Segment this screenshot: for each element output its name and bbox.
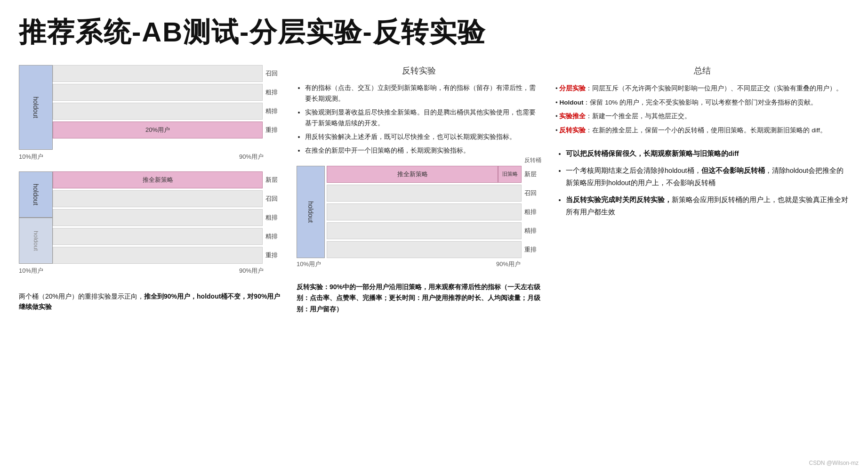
bp-2: 一个考核周期结束之后会清除掉holdout桶，但这不会影响反转桶，清除holdo… xyxy=(566,164,849,189)
reversal-diagram: holdout 反转桶 推全新策略 旧策略 新层 召回 xyxy=(297,166,541,258)
user-right-1: 90%用户 xyxy=(239,153,264,161)
user-left-2: 10%用户 xyxy=(19,267,43,275)
layer-row-fine-2: 精排 xyxy=(53,228,282,245)
summary-item-3: • 实验推全：新建一个推全层，与其他层正交。 xyxy=(555,111,849,122)
watermark: CSDN @Wilson-mz xyxy=(809,460,859,466)
recall-label-2: 召回 xyxy=(265,195,282,203)
fine-bar-1 xyxy=(53,103,263,120)
bp-3: 当反转实验完成时关闭反转实验，新策略会应用到反转桶的用户上，也就是实验真正推全对… xyxy=(566,194,849,218)
coarse-label-2: 粗排 xyxy=(265,213,282,222)
layer-row-coarse-1: 粗排 xyxy=(53,84,282,101)
bp-2-bold: 但这不会影响反转桶 xyxy=(701,167,765,174)
bullet-list: 有的指标（点击、交互）立刻受到新策略影响，有的指标（留存）有滞后性，需要长期观测… xyxy=(297,83,541,156)
user-labels-2: 10%用户 90%用户 xyxy=(19,267,282,275)
layer-row-new: 推全新策略 新层 xyxy=(53,171,282,188)
holdout-bottom-2: holdout xyxy=(19,218,53,264)
layer-row-recall-1: 召回 xyxy=(53,65,282,82)
recall-bar-1 xyxy=(53,65,263,82)
diagram-1: holdout 召回 粗排 精排 20%用户 重排 xyxy=(19,65,282,150)
rerank-bar-1: 20%用户 xyxy=(53,122,263,138)
right-column: 总结 • 分层实验：同层互斥（不允许两个实验同时影响一位用户）、不同层正交（实验… xyxy=(555,65,849,315)
layer-row-recall-2: 召回 xyxy=(53,190,282,207)
user-left-r: 10%用户 xyxy=(297,260,321,268)
page-title: 推荐系统-AB测试-分层实验-反转实验 xyxy=(19,14,849,51)
layer-row-coarse-2: 粗排 xyxy=(53,209,282,226)
summary-item-1: • 分层实验：同层互斥（不允许两个实验同时影响一位用户）、不同层正交（实验有重叠… xyxy=(555,83,849,94)
user-right-2: 90%用户 xyxy=(239,267,264,275)
coarse-bar-r xyxy=(327,203,522,220)
rerank-row-r: 重排 xyxy=(327,241,541,258)
layers-col-2: 推全新策略 新层 召回 粗排 精排 重排 xyxy=(53,171,282,264)
coarse-bar-2 xyxy=(53,209,263,226)
new-layer-bar: 推全新策略 xyxy=(53,171,263,188)
new-layer-main-bar: 推全新策略 xyxy=(327,166,498,183)
user-labels-r: 10%用户 90%用户 xyxy=(297,260,541,268)
coarse-label-1: 粗排 xyxy=(265,88,282,97)
coarse-bar-1 xyxy=(53,84,263,101)
rerank-bar-r xyxy=(327,241,522,258)
reversal-caption: 反转实验：90%中的一部分用户沿用旧策略，用来观察有滞后性的指标（一天左右级别：… xyxy=(297,282,541,315)
reversal-holdout-box: holdout xyxy=(297,166,325,258)
bullet-points: 可以把反转桶保留很久，长期观察新策略与旧策略的diff 一个考核周期结束之后会清… xyxy=(555,147,849,218)
old-strategy-bar: 旧策略 xyxy=(498,166,522,183)
layers-col-1: 召回 粗排 精排 20%用户 重排 xyxy=(53,65,282,150)
new-layer-row: 推全新策略 旧策略 新层 xyxy=(327,166,541,183)
reversal-layers-col: 反转桶 推全新策略 旧策略 新层 召回 粗排 xyxy=(325,166,541,258)
rerank-label-1: 重排 xyxy=(265,126,282,134)
summary-list: • 分层实验：同层互斥（不允许两个实验同时影响一位用户）、不同层正交（实验有重叠… xyxy=(555,83,849,136)
fanzhuan-label: 反转桶 xyxy=(524,156,541,164)
layer-row-rerank-2: 重排 xyxy=(53,247,282,264)
new-layer-label: 新层 xyxy=(265,176,282,184)
left-column: holdout 召回 粗排 精排 20%用户 重排 xyxy=(19,65,282,315)
layer-row-fine-1: 精排 xyxy=(53,103,282,120)
bullet-2: 实验观测到显著收益后尽快推全新策略。目的是腾出桶供其他实验使用，也需要基于新策略… xyxy=(305,107,541,129)
holdout-stack-2: holdout holdout xyxy=(19,171,53,264)
user-right-r: 90%用户 xyxy=(496,260,521,268)
bp-1: 可以把反转桶保留很久，长期观察新策略与旧策略的diff xyxy=(566,147,849,160)
bp-1-bold: 可以把反转桶保留很久，长期观察新策略与旧策略的diff xyxy=(566,150,739,157)
fine-label-2: 精排 xyxy=(265,232,282,241)
fine-bar-2 xyxy=(53,228,263,245)
fine-row-r: 精排 xyxy=(327,222,541,239)
main-content: holdout 召回 粗排 精排 20%用户 重排 xyxy=(19,65,849,315)
rerank-bar-2 xyxy=(53,247,263,264)
recall-label-1: 召回 xyxy=(265,69,282,78)
fanzhuan-title: 反转实验 xyxy=(297,65,541,76)
coarse-row-r: 粗排 xyxy=(327,203,541,220)
user-left-1: 10%用户 xyxy=(19,153,43,161)
recall-label-r: 召回 xyxy=(524,189,541,197)
diagram-2: holdout holdout 推全新策略 新层 召回 粗排 精 xyxy=(19,171,282,264)
rerank-label-2: 重排 xyxy=(265,251,282,260)
summary-item-2: • Holdout：保留 10% 的用户，完全不受实验影响，可以考察整个部门对业… xyxy=(555,97,849,108)
bp-3-bold: 当反转实验完成时关闭反转实验， xyxy=(566,196,672,203)
fine-bar-r xyxy=(327,222,522,239)
bullet-4: 在推全的新层中开一个旧策略的桶，长期观测实验指标。 xyxy=(305,146,541,156)
coarse-label-r: 粗排 xyxy=(524,208,541,216)
bullet-3: 用反转实验解决上述矛盾，既可以尽快推全，也可以长期观测实验指标。 xyxy=(305,132,541,143)
layer-row-rerank-1: 20%用户 重排 xyxy=(53,122,282,138)
fine-label-r: 精排 xyxy=(524,227,541,235)
fine-label-1: 精排 xyxy=(265,107,282,115)
rerank-label-r: 重排 xyxy=(524,245,541,254)
new-layer-label-r: 新层 xyxy=(524,170,541,179)
bullet-1: 有的指标（点击、交互）立刻受到新策略影响，有的指标（留存）有滞后性，需要长期观测… xyxy=(305,83,541,105)
recall-row-r: 召回 xyxy=(327,185,541,202)
bottom-text: 两个桶（20%用户）的重排实验显示正向，推全到90%用户，holdout桶不变，… xyxy=(19,291,282,312)
summary-item-4: • 反转实验：在新的推全层上，保留一个小的反转桶，使用旧策略。长期观测新旧策略的… xyxy=(555,125,849,136)
holdout-top-2: holdout xyxy=(19,171,53,218)
recall-bar-r xyxy=(327,185,522,202)
holdout-box-1: holdout xyxy=(19,65,53,150)
middle-column: 反转实验 有的指标（点击、交互）立刻受到新策略影响，有的指标（留存）有滞后性，需… xyxy=(297,65,541,315)
bottom-text-bold: 推全到90%用户，holdout桶不变，对90%用户继续做实验 xyxy=(19,292,280,310)
recall-bar-2 xyxy=(53,190,263,207)
summary-title: 总结 xyxy=(555,65,849,76)
user-labels-1: 10%用户 90%用户 xyxy=(19,153,282,161)
